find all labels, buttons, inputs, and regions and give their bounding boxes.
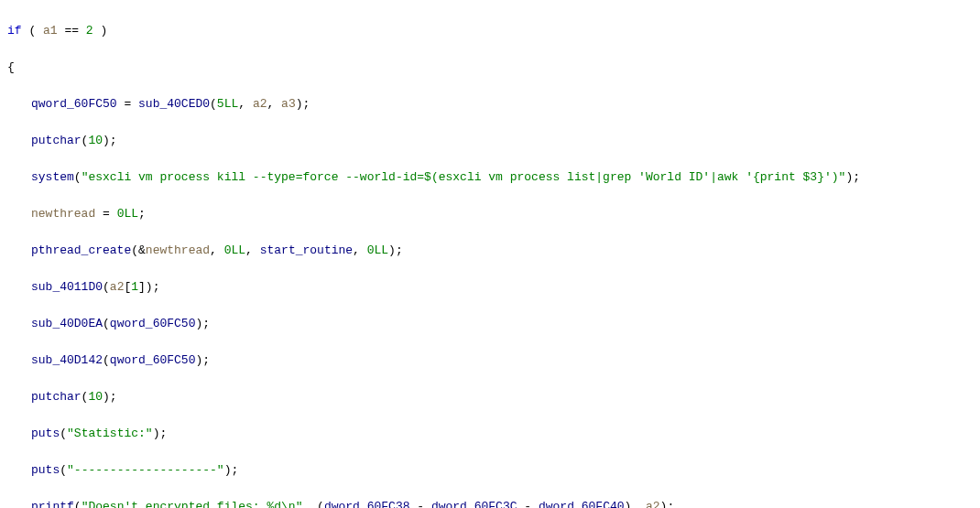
fn-sub40CED0: sub_40CED0: [138, 97, 210, 111]
code-line: sub_40D142(qword_60FC50);: [7, 351, 973, 370]
fn-printf: printf: [31, 500, 74, 508]
fn-puts: puts: [31, 427, 60, 440]
var-qword: qword_60FC50: [31, 97, 117, 111]
decompiler-code-view: if ( a1 == 2 ) { qword_60FC50 = sub_40CE…: [0, 0, 980, 508]
code-line: puts("Statistic:");: [7, 425, 973, 443]
code-line: printf("Doesn't encrypted files: %d\n", …: [7, 498, 973, 508]
code-line: sub_40D0EA(qword_60FC50);: [7, 315, 973, 333]
var-a3: a3: [281, 97, 296, 111]
code-line: newthread = 0LL;: [7, 205, 973, 223]
code-line: {: [7, 59, 973, 77]
var-a1: a1: [43, 24, 58, 38]
code-line: putchar(10);: [7, 132, 973, 150]
str-esxcli: "esxcli vm process kill --type=force --w…: [82, 170, 846, 184]
code-line: qword_60FC50 = sub_40CED0(5LL, a2, a3);: [7, 95, 973, 113]
fn-system: system: [31, 170, 74, 184]
fn-putchar: putchar: [31, 134, 82, 147]
fn-pthread-create: pthread_create: [31, 243, 131, 257]
fn-sub40D0EA: sub_40D0EA: [31, 317, 103, 330]
code-line: putchar(10);: [7, 388, 973, 406]
code-line: if ( a1 == 2 ): [7, 22, 973, 40]
keyword-if: if: [7, 24, 22, 38]
fn-sub40D142: sub_40D142: [31, 353, 103, 367]
code-line: system("esxcli vm process kill --type=fo…: [7, 168, 973, 187]
code-line: puts("--------------------");: [7, 461, 973, 480]
var-a2: a2: [253, 97, 267, 111]
code-line: sub_4011D0(a2[1]);: [7, 278, 973, 297]
fn-start-routine: start_routine: [260, 243, 353, 257]
code-line: pthread_create(&newthread, 0LL, start_ro…: [7, 242, 973, 260]
var-newthread: newthread: [31, 207, 95, 221]
fn-sub4011D0: sub_4011D0: [31, 280, 103, 294]
